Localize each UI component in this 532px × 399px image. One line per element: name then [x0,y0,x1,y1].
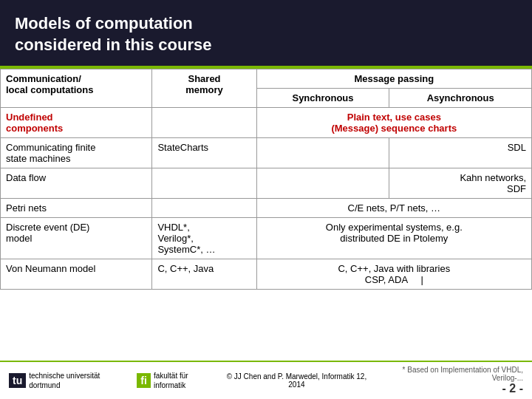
uni-text: technische universität dortmund [29,371,129,390]
tu-box: tu [9,373,26,388]
title-line2: considered in this course [15,35,212,54]
footer-copyright: © JJ Chen and P. Marwedel, Informatik 12… [219,372,373,389]
table-row: Communicating finitestate machines State… [1,138,532,168]
cell-undefined-shared [152,108,256,138]
header: Models of computation considered in this… [0,0,532,66]
computation-table: Communication/local computations Sharedm… [0,69,532,290]
footer: tu technische universität dortmund fi fa… [0,361,532,399]
tu-logo: tu technische universität dortmund [9,371,129,390]
fi-logo: fi fakultät für informatik [137,371,219,390]
table-row: Petri nets C/E nets, P/T nets, … [1,199,532,218]
cell-pn-message: C/E nets, P/T nets, … [256,199,531,218]
cell-df-sync [256,168,389,199]
cell-cfsm-async: SDL [389,138,532,168]
footer-right-group: * Based on Implementation of VHDL, Veril… [374,366,523,395]
title-line1: Models of computation [15,14,193,33]
cell-vn-shared: C, C++, Java [152,259,256,290]
cell-df-async: Kahn networks,SDF [389,168,532,199]
footer-left: tu technische universität dortmund fi fa… [9,371,219,390]
table-row: Von Neumann model C, C++, Java C, C++, J… [1,259,532,290]
cell-vn-message: C, C++, Java with librariesCSP, ADA | [256,259,531,290]
cell-cfsm-shared: StateCharts [152,138,256,168]
cell-pn-local: Petri nets [1,199,152,218]
cell-de-local: Discrete event (DE)model [1,218,152,259]
col-header-shared: Sharedmemory [152,69,256,108]
col-header-message-passing: Message passing [256,69,531,89]
cell-df-local: Data flow [1,168,152,199]
cell-pn-shared [152,199,256,218]
content-area: Communication/local computations Sharedm… [0,69,532,361]
table-row: Undefinedcomponents Plain text, use case… [1,108,532,138]
cell-de-shared: VHDL*,Verilog*,SystemC*, … [152,218,256,259]
cell-cfsm-local: Communicating finitestate machines [1,138,152,168]
cell-de-message: Only experimental systems, e.g.distribut… [256,218,531,259]
faculty-text: fakultät für informatik [154,371,219,390]
page: Models of computation considered in this… [0,0,532,399]
cell-vn-local: Von Neumann model [1,259,152,290]
cell-cfsm-sync [256,138,389,168]
cell-undefined-local: Undefinedcomponents [1,108,152,138]
col-header-async: Asynchronous [389,89,532,108]
col-header-sync: Synchronous [256,89,389,108]
table-header-row: Communication/local computations Sharedm… [1,69,532,89]
cell-df-shared [152,168,256,199]
col-header-local: Communication/local computations [1,69,152,108]
cell-undefined-message: Plain text, use cases(Message) sequence … [256,108,531,138]
table-row: Data flow Kahn networks,SDF [1,168,532,199]
fi-box: fi [137,373,151,388]
table-row: Discrete event (DE)model VHDL*,Verilog*,… [1,218,532,259]
footer-note: * Based on Implementation of VHDL, Veril… [374,366,523,382]
page-number: - 2 - [374,382,523,395]
